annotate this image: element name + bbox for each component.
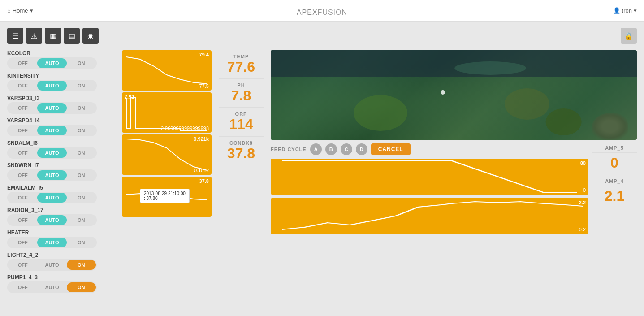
toggle-auto-5[interactable]: AUTO (37, 170, 66, 180)
feed-section: FEED CYCLE A B C D CANCEL 80 0 (271, 143, 588, 234)
module-item-pump1_4_3: PUMP1_4_3OFFAUTOON (7, 274, 115, 293)
toggle-on-7[interactable]: ON (67, 215, 96, 225)
chart1-top-val: 79.4 (199, 52, 209, 57)
mini-chart-2[interactable]: 2.2 0.2 (271, 198, 588, 234)
chart-orp[interactable]: 0.921k 0.105k (122, 134, 212, 175)
notes-button[interactable]: ▤ (64, 28, 80, 44)
toggle-on-5[interactable]: ON (67, 170, 96, 180)
svg-point-4 (441, 90, 445, 95)
toggle-off-7[interactable]: OFF (8, 215, 37, 225)
alert-button[interactable]: ⚠ (26, 28, 42, 44)
toggle-auto-8[interactable]: AUTO (37, 238, 66, 247)
home-chevron: ▾ (30, 7, 33, 14)
toggle-group-4: OFFAUTOON (7, 147, 97, 159)
svg-point-6 (454, 61, 526, 75)
toggle-auto-3[interactable]: AUTO (37, 126, 66, 135)
toggle-off-3[interactable]: OFF (8, 126, 37, 135)
module-name-2: VARSPD3_I3 (7, 95, 115, 101)
feed-btn-b[interactable]: B (325, 143, 337, 155)
sensor-ph-value: 7.8 (219, 88, 264, 104)
logo-main: APEX (297, 9, 318, 16)
module-name-8: HEATER (7, 229, 115, 236)
toggle-auto-7[interactable]: AUTO (37, 215, 66, 225)
sensor-temp-value: 77.6 (219, 59, 264, 75)
amp4-item: AMP_4 2.1 (592, 177, 637, 206)
toggle-on-1[interactable]: ON (67, 81, 96, 91)
module-name-7: RADION_3_17 (7, 207, 115, 213)
chart-button[interactable]: ▦ (45, 28, 61, 44)
toggle-auto-4[interactable]: AUTO (37, 148, 66, 158)
toggle-auto-2[interactable]: AUTO (37, 103, 66, 113)
toggle-group-6: OFFAUTOON (7, 192, 97, 203)
svg-point-2 (505, 88, 549, 120)
svg-rect-5 (271, 50, 637, 77)
toggle-auto-10[interactable]: AUTO (37, 282, 66, 292)
main-content: KCOLOROFFAUTOONKINTENSITYOFFAUTOONVARSPD… (0, 50, 644, 304)
toolbar-left: ☰ ⚠ ▦ ▤ ◉ (7, 28, 99, 44)
sensor-orp: ORP 114 (219, 108, 264, 136)
toggle-auto-9[interactable]: AUTO (37, 260, 66, 270)
sensor-condx8-value: 37.8 (219, 146, 264, 161)
mini-chart2-svg (271, 198, 588, 234)
module-name-10: PUMP1_4_3 (7, 274, 115, 281)
chart-temp[interactable]: 79.4 77.5 (122, 50, 212, 91)
toggle-on-10[interactable]: ON (67, 282, 96, 292)
user-menu[interactable]: 👤 tron ▾ (613, 7, 637, 14)
mini-chart-1[interactable]: 80 0 (271, 159, 588, 195)
pin-button[interactable]: ◉ (82, 28, 99, 44)
module-name-9: LIGHT2_4_2 (7, 252, 115, 258)
toggle-off-4[interactable]: OFF (8, 148, 37, 158)
module-item-kcolor: KCOLOROFFAUTOON (7, 50, 115, 69)
module-item-heater: HEATEROFFAUTOON (7, 229, 115, 248)
module-name-5: SNDWRN_I7 (7, 162, 115, 169)
lock-button[interactable]: 🔒 (621, 28, 637, 44)
amp5-value: 0 (592, 155, 637, 171)
list-button[interactable]: ☰ (7, 28, 23, 44)
toggle-auto-0[interactable]: AUTO (37, 58, 66, 68)
toggle-off-5[interactable]: OFF (8, 170, 37, 180)
chart-ph[interactable]: 7.92 2.9699999999999998 (122, 92, 212, 133)
toggle-off-10[interactable]: OFF (8, 282, 37, 292)
toggle-on-0[interactable]: ON (67, 58, 96, 68)
feed-cycle-label: FEED CYCLE (271, 147, 307, 152)
feed-btn-c[interactable]: C (341, 143, 352, 155)
toggle-group-8: OFFAUTOON (7, 237, 97, 248)
svg-point-3 (546, 108, 582, 135)
toggle-off-9[interactable]: OFF (8, 260, 37, 270)
toggle-off-8[interactable]: OFF (8, 238, 37, 247)
module-list: KCOLOROFFAUTOONKINTENSITYOFFAUTOONVARSPD… (7, 50, 115, 297)
module-item-kintensity: KINTENSITYOFFAUTOON (7, 73, 115, 91)
sensor-temp: TEMP 77.6 (219, 50, 264, 79)
feed-btn-a[interactable]: A (310, 143, 322, 155)
toggle-off-6[interactable]: OFF (8, 193, 37, 203)
module-item-emailalm_i5: EMAILALM_I5OFFAUTOON (7, 185, 115, 203)
chart-condx8[interactable]: 37.8 2013-08-29 21:10:00 : 37.80 (122, 177, 212, 217)
module-item-sndalm_i6: SNDALM_I6OFFAUTOON (7, 140, 115, 159)
home-nav[interactable]: ⌂ Home ▾ (7, 7, 33, 14)
toggle-on-3[interactable]: ON (67, 126, 96, 135)
toggle-on-4[interactable]: ON (67, 148, 96, 158)
toggle-off-1[interactable]: OFF (8, 81, 37, 91)
amp5-label: AMP_5 (592, 145, 637, 153)
chart1-svg (122, 50, 212, 91)
mini-chart2-bot: 0.2 (579, 227, 586, 232)
home-icon: ⌂ (7, 7, 11, 14)
toggle-on-2[interactable]: ON (67, 103, 96, 113)
aquarium-image (271, 50, 637, 140)
toggle-off-0[interactable]: OFF (8, 58, 37, 68)
toggle-group-7: OFFAUTOON (7, 214, 97, 226)
toggle-on-8[interactable]: ON (67, 238, 96, 247)
toggle-auto-6[interactable]: AUTO (37, 193, 66, 203)
cancel-button[interactable]: CANCEL (371, 143, 411, 155)
amp4-label: AMP_4 (592, 178, 637, 186)
right-bottom: FEED CYCLE A B C D CANCEL 80 0 (271, 143, 637, 234)
feed-btn-d[interactable]: D (356, 143, 367, 155)
toggle-on-6[interactable]: ON (67, 193, 96, 203)
toggle-auto-1[interactable]: AUTO (37, 81, 66, 91)
toggle-off-2[interactable]: OFF (8, 103, 37, 113)
sensor-orp-value: 114 (219, 117, 264, 132)
sensor-condx8-label: CONDX8 (219, 140, 264, 146)
logo-sub: FUSION (318, 9, 347, 16)
chart1-bot-val: 77.5 (199, 83, 209, 89)
toggle-on-9[interactable]: ON (67, 260, 96, 270)
